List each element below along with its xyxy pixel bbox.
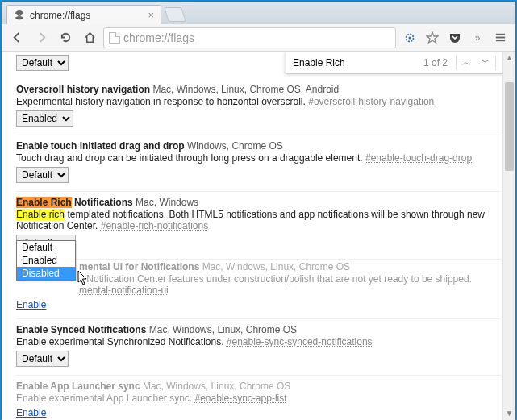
flag-select-syncnotif[interactable]: Default <box>16 351 69 367</box>
svg-point-2 <box>409 36 411 39</box>
flag-platforms: Mac, Windows, Linux, Chrome OS, Android <box>152 84 339 95</box>
back-button[interactable] <box>6 27 27 48</box>
reload-button[interactable] <box>55 27 76 48</box>
omnibox-url: chrome://flags <box>123 31 194 44</box>
find-input[interactable] <box>286 54 415 72</box>
search-highlight: Enable rich <box>16 209 65 220</box>
flag-title: Enable touch initiated drag and drop Win… <box>16 140 501 152</box>
flag-hash-link[interactable]: #enable-touch-drag-drop <box>365 152 472 164</box>
forward-button[interactable] <box>31 27 52 48</box>
browser-tab[interactable]: chrome://flags × <box>6 5 161 24</box>
omnibox[interactable]: chrome://flags <box>103 27 396 48</box>
flag-app-launcher-sync: Enable App Launcher sync Mac, Windows, L… <box>16 376 501 420</box>
flag-title: Enable Synced Notifications Mac, Windows… <box>16 324 501 335</box>
pocket-icon[interactable] <box>444 27 465 48</box>
flag-desc: Touch drag and drop can be initiated thr… <box>16 152 501 164</box>
flag-platforms: Mac, Windows, Linux, Chrome OS <box>143 380 290 392</box>
radiation-icon <box>14 10 25 21</box>
enable-link[interactable]: Enable <box>16 299 46 310</box>
flag-desc: Experimental history navigation in respo… <box>16 96 501 107</box>
toolbar-right: » <box>399 27 511 48</box>
toolbar: chrome://flags » <box>2 24 515 52</box>
option-default[interactable]: Default <box>17 241 75 254</box>
flag-desc: Enable experimental App Launcher sync. #… <box>16 393 501 404</box>
flag-platforms: Mac, Windows, Linux, Chrome OS <box>202 261 350 272</box>
svg-rect-5 <box>495 40 504 41</box>
flag-platforms: Mac, Windows <box>136 197 198 208</box>
dropdown-options: Default Enabled Disabled <box>16 240 76 281</box>
svg-rect-4 <box>495 37 504 39</box>
flag-hash-link[interactable]: mental-notification-ui <box>79 285 169 296</box>
tab-strip: chrome://flags × <box>2 2 515 24</box>
flag-experimental-notif-ui: mental UI for Notifications Mac, Windows… <box>16 260 501 319</box>
top-flag-select[interactable]: Default <box>16 55 69 71</box>
extension-icon[interactable] <box>399 27 420 48</box>
flag-platforms: Mac, Windows, Linux, Chrome OS <box>149 324 297 335</box>
chevron-right-icon[interactable]: » <box>467 27 488 48</box>
flag-rich-notifications: Enable Rich Notifications Mac, Windows E… <box>16 192 501 260</box>
scroll-thumb[interactable] <box>505 82 514 171</box>
flag-title: Overscroll history navigation Mac, Windo… <box>16 84 501 95</box>
find-count: 1 of 2 <box>415 57 456 69</box>
flag-select-overscroll[interactable]: Enabled <box>16 110 73 127</box>
option-disabled[interactable]: Disabled <box>17 267 75 280</box>
enable-link[interactable]: Enable <box>16 407 46 418</box>
flag-hash-link[interactable]: #enable-sync-synced-notifications <box>227 336 373 347</box>
flag-title: Enable App Launcher sync Mac, Windows, L… <box>16 380 501 392</box>
page-icon <box>109 32 120 44</box>
menu-icon[interactable] <box>490 27 511 48</box>
scrollbar[interactable]: ▲ ▼ <box>502 52 515 420</box>
page-content: Default 1 of 2 ︿ ﹀ × Overscroll history … <box>2 52 515 420</box>
flags-list: Overscroll history navigation Mac, Windo… <box>2 76 515 420</box>
browser-window: chrome://flags × chrome://flags <box>2 2 515 420</box>
find-prev-button[interactable]: ︿ <box>457 56 476 69</box>
find-next-button[interactable]: ﹀ <box>476 56 495 69</box>
tab-title: chrome://flags <box>30 10 90 21</box>
close-icon[interactable]: × <box>148 9 154 21</box>
svg-rect-3 <box>495 34 504 35</box>
flag-select-touchdrag[interactable]: Default <box>16 167 69 183</box>
flag-hash-link[interactable]: #overscroll-history-navigation <box>308 96 434 107</box>
search-highlight: Enable Rich <box>16 197 72 208</box>
find-bar: 1 of 2 ︿ ﹀ × <box>286 52 515 74</box>
scroll-up-icon[interactable]: ▲ <box>503 52 515 64</box>
flag-desc: Enable rich templated notifications. Bot… <box>16 209 501 231</box>
flag-synced-notifications: Enable Synced Notifications Mac, Windows… <box>16 319 501 376</box>
scroll-down-icon[interactable]: ▼ <box>503 407 515 420</box>
flag-title: Enable Rich Notifications Mac, Windows <box>16 197 501 208</box>
flag-platforms: Windows, Chrome OS <box>187 140 283 152</box>
bookmark-star-icon[interactable] <box>422 27 443 48</box>
flag-desc: Enable experimental Synchronized Notific… <box>16 336 501 347</box>
flag-overscroll: Overscroll history navigation Mac, Windo… <box>16 79 501 135</box>
flag-hash-link[interactable]: #enable-rich-notifications <box>101 220 208 231</box>
home-button[interactable] <box>79 27 100 48</box>
new-tab-button[interactable] <box>164 7 186 22</box>
option-enabled[interactable]: Enabled <box>17 254 75 267</box>
flag-desc: s Notification Center features under con… <box>16 273 501 296</box>
flag-touch-drag: Enable touch initiated drag and drop Win… <box>16 135 501 192</box>
flag-hash-link[interactable]: #enable-sync-app-list <box>194 393 286 404</box>
select-top[interactable]: Default <box>16 55 69 71</box>
flag-title: mental UI for Notifications Mac, Windows… <box>16 261 501 272</box>
